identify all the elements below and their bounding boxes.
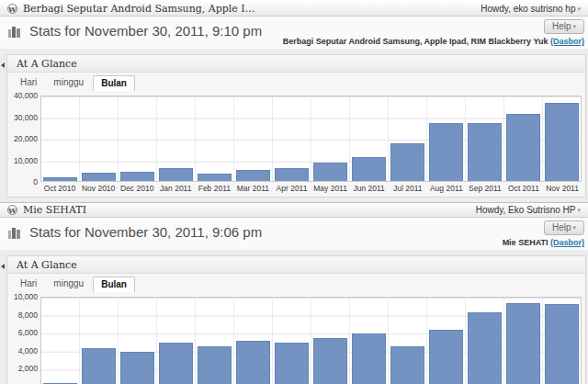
chart-column	[41, 298, 79, 384]
chart-column	[79, 298, 118, 384]
x-axis-label: Aug 2011	[427, 184, 466, 193]
howdy-menu[interactable]: Howdy, Eko Sutrisno HP	[476, 205, 581, 215]
wordpress-logo-icon[interactable]	[7, 205, 17, 215]
blog-name[interactable]: Berbagi Seputar Android Samsung, Apple I…	[23, 3, 254, 15]
module-header: At A Glance	[7, 256, 585, 274]
bar-aug-2011[interactable]	[429, 330, 463, 384]
bar-nov-2011[interactable]	[545, 304, 579, 384]
tab-bulan[interactable]: Bulan	[93, 277, 135, 292]
tab-hari[interactable]: Hari	[13, 277, 44, 292]
x-axis-label: Jul 2011	[389, 184, 427, 193]
tab-minggu[interactable]: minggu	[46, 75, 91, 91]
stats-icon	[7, 24, 22, 39]
bar-dec-2010[interactable]	[120, 352, 154, 384]
stats-header: Stats for November 30, 2011, 9:10 pm Hel…	[0, 17, 588, 49]
y-axis-label: 40,000	[14, 91, 38, 100]
tab-bulan[interactable]: Bulan	[93, 75, 135, 91]
chart-column	[233, 298, 272, 384]
bar-jun-2011[interactable]	[352, 157, 386, 181]
bar-feb-2011[interactable]	[198, 346, 232, 384]
help-button[interactable]: Help	[544, 19, 584, 34]
site-link-line: Berbagi Seputar Android Samsung, Apple I…	[283, 37, 584, 46]
bar-apr-2011[interactable]	[275, 343, 309, 384]
stats-icon	[7, 225, 22, 240]
dashboard-link[interactable]: (Dasbor)	[550, 37, 584, 46]
chart-column	[118, 96, 156, 181]
help-label: Help	[552, 222, 571, 232]
chart-column	[542, 96, 581, 181]
module-header: At A Glance	[7, 55, 585, 73]
bar-nov-2011[interactable]	[545, 103, 579, 181]
bar-may-2011[interactable]	[313, 338, 347, 384]
y-axis-label: 10,000	[14, 292, 38, 301]
x-axis-label: Nov 2011	[543, 184, 582, 193]
chart-column	[465, 298, 503, 384]
wordpress-logo-icon[interactable]	[7, 4, 17, 14]
page-title: Stats for November 30, 2011, 9:10 pm	[29, 23, 262, 39]
chart-column	[311, 298, 349, 384]
bar-jun-2011[interactable]	[352, 333, 386, 384]
chart-column	[349, 96, 388, 181]
howdy-label: Howdy, Eko Sutrisno HP	[476, 205, 576, 215]
bar-mar-2011[interactable]	[236, 170, 270, 181]
chevron-down-icon	[577, 207, 581, 213]
bar-sep-2011[interactable]	[468, 123, 502, 181]
howdy-label: Howdy, eko sutrisno hp	[481, 4, 575, 14]
chart-column	[195, 96, 233, 181]
howdy-menu[interactable]: Howdy, eko sutrisno hp	[481, 4, 581, 14]
bar-may-2011[interactable]	[313, 163, 347, 181]
chart-column	[156, 298, 195, 384]
dashboard-link[interactable]: (Dasbor)	[550, 238, 584, 247]
x-axis-label: Jan 2011	[156, 184, 195, 193]
x-axis-label: Mar 2011	[233, 184, 272, 193]
monthly-views-chart: 010,00020,00030,00040,000 Oct 2010Nov 20…	[7, 91, 585, 197]
bar-jul-2011[interactable]	[390, 143, 424, 181]
bar-oct-2011[interactable]	[506, 114, 540, 181]
chart-column	[233, 96, 272, 181]
blog-name[interactable]: Mie SEHATI	[23, 204, 86, 216]
plot-area	[40, 96, 582, 182]
chart-column	[118, 298, 156, 384]
bar-jul-2011[interactable]	[390, 346, 424, 384]
collapse-sidebar-arrow-icon[interactable]	[1, 264, 5, 269]
x-axis-label: Sep 2011	[466, 184, 504, 193]
x-axis-label: Apr 2011	[272, 184, 311, 193]
collapse-sidebar-arrow-icon[interactable]	[1, 62, 5, 68]
bar-mar-2011[interactable]	[236, 341, 270, 384]
y-axis-label: 4,000	[18, 346, 38, 356]
chart-column	[156, 96, 195, 181]
bar-nov-2010[interactable]	[82, 173, 116, 181]
chevron-down-icon	[572, 23, 576, 29]
y-axis-label: 8,000	[18, 311, 38, 320]
bar-aug-2011[interactable]	[429, 123, 463, 181]
site-name: Mie SEHATI	[503, 238, 548, 247]
bar-jan-2011[interactable]	[159, 168, 193, 181]
chart-column	[388, 96, 426, 181]
chart-column	[426, 96, 465, 181]
bar-oct-2010[interactable]	[43, 177, 77, 181]
tab-minggu[interactable]: minggu	[46, 277, 91, 292]
bar-jan-2011[interactable]	[159, 343, 193, 384]
chart-column	[272, 96, 311, 181]
stats-section-blog1: Berbagi Seputar Android Samsung, Apple I…	[0, 2, 588, 203]
bar-nov-2010[interactable]	[82, 348, 116, 384]
y-axis: 010,00020,00030,00040,000	[9, 96, 40, 182]
stats-header: Stats for November 30, 2011, 9:06 pm Hel…	[0, 218, 588, 250]
x-axis-label: Oct 2011	[504, 184, 543, 193]
tab-hari[interactable]: Hari	[13, 75, 44, 91]
at-a-glance-module: At A Glance Hari minggu Bulan 02,0004,00…	[6, 255, 586, 384]
bar-oct-2011[interactable]	[506, 303, 540, 384]
bar-dec-2010[interactable]	[120, 172, 154, 181]
bar-apr-2011[interactable]	[275, 168, 309, 181]
bar-feb-2011[interactable]	[198, 174, 232, 181]
y-axis-label: 30,000	[14, 113, 38, 122]
chart-column	[426, 298, 465, 384]
bar-sep-2011[interactable]	[468, 312, 502, 384]
period-tabs: Hari minggu Bulan	[7, 73, 585, 91]
x-axis-label: Oct 2010	[40, 184, 79, 193]
chart-column	[272, 298, 311, 384]
site-name: Berbagi Seputar Android Samsung, Apple I…	[283, 37, 548, 46]
help-button[interactable]: Help	[544, 220, 584, 235]
chart-column	[195, 298, 233, 384]
y-axis-label: 10,000	[14, 156, 38, 165]
